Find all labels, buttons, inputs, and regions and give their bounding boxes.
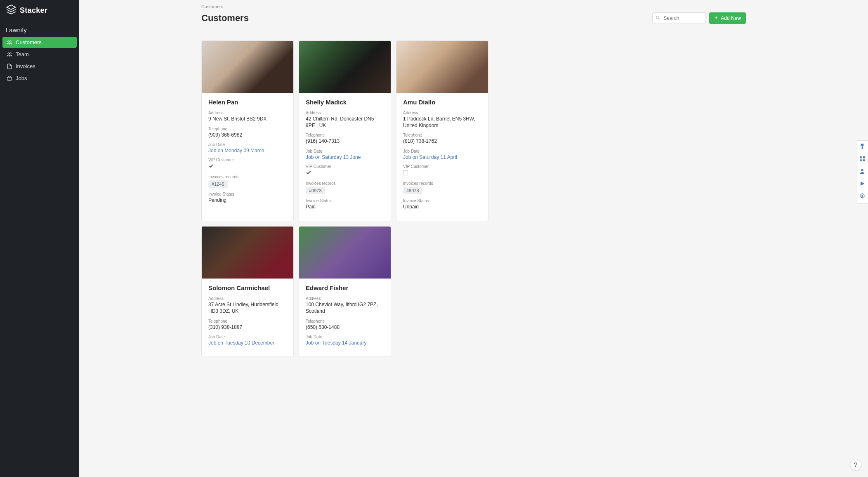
job-date-link[interactable]: Job on Tuesday 14 January	[306, 340, 384, 346]
address-label: Address	[208, 296, 287, 301]
address-value: 100 Cheviot Way, Ilford IG2 7PZ, Scotlan…	[306, 302, 384, 314]
telephone-value: (916) 140-7313	[306, 138, 384, 145]
tool-gear-button[interactable]	[858, 193, 866, 201]
add-new-label: Add New	[721, 15, 741, 21]
tool-user-button[interactable]	[858, 168, 866, 176]
breadcrumb[interactable]: Customers	[201, 4, 851, 9]
job-date-link[interactable]: Job on Saturday 11 April	[403, 154, 481, 160]
sidebar-item-label: Jobs	[16, 75, 27, 81]
customer-card[interactable]: Shelly MadickAddress42 Chiltern Rd, Donc…	[299, 40, 391, 221]
users-icon	[7, 40, 12, 45]
sidebar-item-invoices[interactable]: Invoices	[2, 61, 77, 72]
svg-rect-4	[7, 77, 12, 80]
address-value: 42 Chiltern Rd, Doncaster DN5 9PE , UK	[306, 116, 384, 129]
svg-point-5	[656, 16, 659, 19]
address-value: 37 Acre St Lindley, Huddersfield HD3 3DZ…	[208, 302, 287, 314]
customer-name: Amu Diallo	[403, 99, 481, 106]
sidebar-item-label: Customers	[16, 39, 42, 45]
svg-point-14	[861, 169, 863, 171]
svg-line-6	[659, 19, 660, 20]
svg-rect-13	[863, 159, 865, 161]
stacker-logo-icon	[6, 4, 17, 17]
svg-marker-15	[861, 182, 864, 186]
check-icon	[306, 170, 311, 175]
header-actions: Add New	[652, 12, 746, 24]
telephone-value: (310) 938-1887	[208, 324, 287, 331]
customer-card[interactable]: Edward FisherAddress100 Cheviot Way, Ilf…	[299, 226, 391, 357]
paint-icon	[859, 143, 866, 151]
app-name[interactable]: Lawnify	[0, 22, 79, 37]
svg-point-2	[8, 52, 9, 54]
search-icon	[656, 14, 660, 22]
svg-point-1	[10, 40, 11, 42]
svg-point-16	[861, 195, 863, 197]
svg-rect-9	[862, 147, 863, 149]
vip-label: VIP Customer	[306, 164, 384, 169]
grid-icon	[859, 156, 866, 164]
job-date-label: Job Date	[306, 149, 384, 153]
tool-paint-button[interactable]	[858, 143, 866, 151]
customer-photo	[396, 41, 488, 93]
add-new-button[interactable]: Add New	[709, 12, 746, 24]
invoice-tag[interactable]: #8973	[403, 187, 422, 194]
invoice-status-value: Unpaid	[403, 204, 481, 210]
nav: CustomersTeamInvoicesJobs	[0, 37, 79, 85]
invoice-tag[interactable]: #1245	[208, 180, 228, 188]
gear-icon	[859, 193, 866, 201]
customer-card[interactable]: Solomon CarmichaelAddress37 Acre St Lind…	[201, 226, 294, 357]
job-date-label: Job Date	[208, 142, 287, 147]
telephone-label: Telephone	[306, 133, 384, 137]
right-toolbar	[856, 140, 868, 204]
job-date-label: Job Date	[306, 335, 384, 339]
invoice-status-value: Pending	[208, 197, 287, 204]
telephone-label: Telephone	[403, 133, 481, 137]
address-label: Address	[208, 111, 287, 115]
invoice-status-label: Invoice Status	[208, 192, 287, 196]
brand-logo[interactable]: Stacker	[0, 0, 79, 22]
brand-name: Stacker	[20, 6, 47, 15]
customer-name: Shelly Madick	[306, 99, 384, 106]
tool-grid-button[interactable]	[858, 156, 866, 164]
customer-photo	[202, 227, 293, 279]
main-content: Customers Customers Add New Helen PanA	[79, 0, 868, 477]
telephone-label: Telephone	[208, 319, 287, 324]
empty-checkbox-icon	[403, 170, 408, 175]
invoices-label: Invoices records	[208, 175, 287, 179]
sidebar-item-jobs[interactable]: Jobs	[2, 73, 77, 84]
invoice-status-label: Invoice Status	[403, 198, 481, 203]
svg-point-3	[10, 52, 11, 54]
job-date-link[interactable]: Job on Tuesday 10 December	[208, 340, 287, 346]
telephone-label: Telephone	[306, 319, 384, 324]
sidebar-item-label: Team	[16, 51, 29, 57]
address-label: Address	[306, 111, 384, 115]
invoice-tag[interactable]: #0973	[306, 187, 325, 194]
invoices-label: Invoices records	[403, 181, 481, 186]
customer-name: Solomon Carmichael	[208, 284, 287, 291]
customer-card[interactable]: Amu DialloAddress1 Paddock Ln, Barnet EN…	[396, 40, 488, 221]
check-icon	[208, 163, 214, 169]
address-label: Address	[306, 296, 384, 301]
help-button[interactable]: ?	[850, 459, 861, 470]
customer-photo	[299, 227, 391, 279]
tool-play-button[interactable]	[858, 180, 866, 189]
invoice-status-value: Paid	[306, 204, 384, 210]
svg-rect-11	[863, 156, 865, 158]
search-wrap	[652, 12, 706, 24]
plus-icon	[714, 15, 718, 21]
customer-card[interactable]: Helen PanAddress9 New St, Bristol BS2 9D…	[201, 40, 294, 221]
job-date-link[interactable]: Job on Monday 09 March	[208, 148, 287, 153]
sidebar-item-team[interactable]: Team	[2, 49, 77, 60]
address-value: 1 Paddock Ln, Barnet EN5 3HW, United Kin…	[403, 116, 481, 129]
telephone-value: (818) 738-1762	[403, 138, 481, 145]
telephone-value: (650) 530-1488	[306, 324, 384, 331]
telephone-label: Telephone	[208, 127, 287, 131]
file-icon	[7, 64, 12, 69]
job-date-label: Job Date	[403, 149, 481, 153]
sidebar-item-label: Invoices	[16, 63, 35, 69]
job-date-link[interactable]: Job on Saturday 13 June	[306, 154, 384, 160]
sidebar-item-customers[interactable]: Customers	[2, 37, 77, 48]
customer-photo	[299, 41, 391, 93]
sidebar: Stacker Lawnify CustomersTeamInvoicesJob…	[0, 0, 79, 477]
user-icon	[859, 168, 866, 176]
vip-label: VIP Customer	[403, 164, 481, 169]
